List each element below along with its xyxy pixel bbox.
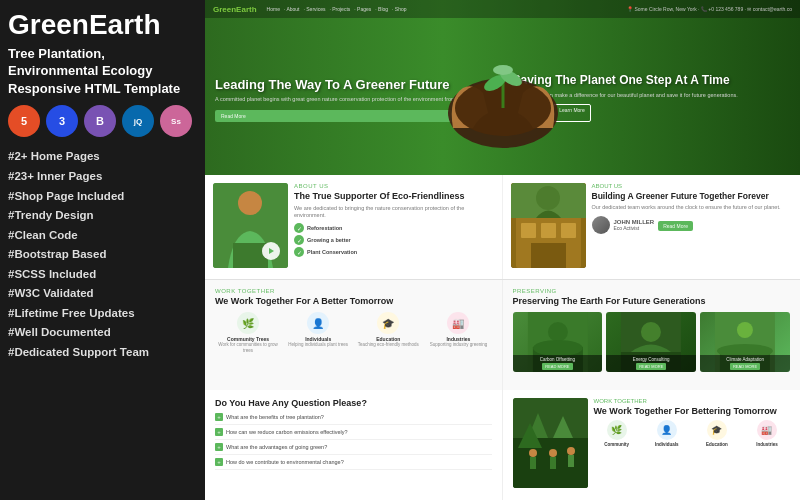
svg-rect-39	[568, 455, 574, 467]
preserve-carbon-btn[interactable]: READ MORE	[542, 363, 572, 370]
faq-section: Do You Have Any Question Please? + What …	[205, 390, 503, 500]
person-name: JOHN MILLER	[614, 219, 655, 225]
community-icon: 🌿	[237, 312, 259, 334]
tech-jquery-icon: jQ	[122, 105, 154, 137]
faq-text-3: What are the advantages of going green?	[226, 444, 327, 450]
person-info: JOHN MILLER Eco Activist	[614, 219, 655, 231]
forest-individuals-icon: 👤	[657, 420, 677, 440]
forest-icon-industries: 🏭 Industries	[744, 420, 790, 447]
hands-plant-svg	[433, 18, 573, 158]
feature-item-scss: #SCSS Included	[8, 265, 197, 285]
preserve-subtitle: Preserving	[513, 288, 791, 294]
feature-item-updates: #Lifetime Free Updates	[8, 304, 197, 324]
work-together-section: Work Together We Work Together For A Bet…	[205, 280, 503, 390]
features-list: #2+ Home Pages #23+ Inner Pages #Shop Pa…	[8, 147, 197, 362]
preserve-carbon-label: Carbon OffsettingREAD MORE	[513, 355, 603, 372]
forest-industries-icon: 🏭	[757, 420, 777, 440]
faq-text-2: How can we reduce carbon emissions effec…	[226, 429, 348, 435]
building-card: About Us Building A Greener Future Toget…	[503, 175, 801, 279]
forest-svg	[513, 398, 588, 488]
forest-icons-row: 🌿 Community 👤 Individuals 🎓 Education	[594, 420, 791, 447]
person-row: JOHN MILLER Eco Activist Read More	[592, 216, 793, 234]
faq-item-4: + How do we contribute to environmental …	[215, 458, 492, 470]
forest-card: Work Together We Work Together For Bette…	[503, 390, 801, 500]
faq-item-1: + What are the benefits of tree plantati…	[215, 413, 492, 425]
second-row: About Us The True Supporter Of Eco-Frien…	[205, 175, 800, 280]
feature-item-docs: #Well Documented	[8, 323, 197, 343]
eco-card-label: About Us	[294, 183, 494, 189]
site-title: GreenEarth	[8, 10, 197, 41]
preview-container: GreenEarth Home · About · Services · Pro…	[205, 0, 800, 500]
left-panel: GreenEarth Tree Plantation, Environmenta…	[0, 0, 205, 500]
svg-rect-37	[550, 457, 556, 469]
forest-img-inner	[513, 398, 588, 488]
work-together-title: We Work Together For A Better Tomorrow	[215, 296, 492, 306]
faq-text-1: What are the benefits of tree plantation…	[226, 414, 324, 420]
svg-point-17	[536, 186, 560, 210]
tech-html5-icon: 5	[8, 105, 40, 137]
svg-rect-12	[521, 223, 536, 238]
forest-education-label: Education	[694, 442, 740, 447]
right-panel: GreenEarth Home · About · Services · Pro…	[205, 0, 800, 500]
preserve-img-energy: Energy ConsultingREAD MORE	[606, 312, 696, 372]
preserve-img-carbon: Carbon OffsettingREAD MORE	[513, 312, 603, 372]
preserve-images: Carbon OffsettingREAD MORE Energy Consul…	[513, 312, 791, 372]
feature-item: #Trendy Design	[8, 206, 197, 226]
eco-feature-2: ✓ Growing a better	[294, 235, 494, 245]
play-icon	[267, 247, 275, 255]
svg-rect-15	[531, 243, 566, 268]
community-text: Work for communities to grow trees	[215, 342, 281, 354]
preserve-climate-btn[interactable]: READ MORE	[730, 363, 760, 370]
svg-point-7	[238, 191, 262, 215]
tech-icons-row: 5 3 B jQ Ss	[8, 105, 197, 137]
forest-individuals-label: Individuals	[644, 442, 690, 447]
svg-rect-13	[541, 223, 556, 238]
individuals-icon: 👤	[307, 312, 329, 334]
forest-icon-community: 🌿 Community	[594, 420, 640, 447]
forest-content: Work Together We Work Together For Bette…	[594, 398, 791, 492]
education-icon: 🎓	[377, 312, 399, 334]
feature-item-w3c: #W3C Validated	[8, 284, 197, 304]
forest-title: We Work Together For Bettering Tomorrow	[594, 406, 791, 416]
svg-point-34	[529, 449, 537, 457]
tech-bootstrap-icon: B	[84, 105, 116, 137]
eco-card-title: The True Supporter Of Eco-Friendliness	[294, 191, 494, 202]
feature-item: #23+ Inner Pages	[8, 167, 197, 187]
eco-checkmark-2: ✓	[294, 235, 304, 245]
faq-icon-3: +	[215, 443, 223, 451]
education-text: Teaching eco-friendly methods	[355, 342, 421, 348]
fourth-row: Do You Have Any Question Please? + What …	[205, 390, 800, 500]
building-read-more-btn[interactable]: Read More	[658, 221, 693, 231]
work-icons-row: 🌿 Community Trees Work for communities t…	[215, 312, 492, 354]
svg-point-36	[549, 449, 557, 457]
eco-feature-label-2: Growing a better	[307, 237, 351, 243]
eco-checkmark-3: ✓	[294, 247, 304, 257]
faq-text-4: How do we contribute to environmental ch…	[226, 459, 344, 465]
eco-feature-label-3: Plant Conservation	[307, 249, 357, 255]
svg-point-26	[737, 322, 753, 338]
eco-feature-label-1: Reforestation	[307, 225, 342, 231]
svg-marker-9	[269, 248, 274, 254]
eco-feature-1: ✓ Reforestation	[294, 223, 494, 233]
eco-play-button[interactable]	[262, 242, 280, 260]
faq-icon-4: +	[215, 458, 223, 466]
eco-card-image	[213, 183, 288, 268]
svg-rect-14	[561, 223, 576, 238]
faq-item-2: + How can we reduce carbon emissions eff…	[215, 428, 492, 440]
work-icon-individuals: 👤 Individuals Helping individuals plant …	[285, 312, 351, 354]
hero-section: GreenEarth Home · About · Services · Pro…	[205, 0, 800, 175]
eco-card: About Us The True Supporter Of Eco-Frien…	[205, 175, 503, 279]
work-icon-education: 🎓 Education Teaching eco-friendly method…	[355, 312, 421, 354]
eco-feature-3: ✓ Plant Conservation	[294, 247, 494, 257]
feature-item: #Clean Code	[8, 226, 197, 246]
feature-item-support: #Dedicated Support Team	[8, 343, 197, 363]
work-icon-industries: 🏭 Industries Supporting industry greenin…	[425, 312, 491, 354]
eco-checkmark-1: ✓	[294, 223, 304, 233]
preserve-energy-btn[interactable]: READ MORE	[636, 363, 666, 370]
work-together-subtitle: Work Together	[215, 288, 492, 294]
forest-subtitle: Work Together	[594, 398, 791, 404]
person-avatar	[592, 216, 610, 234]
preserve-title: Preserving The Earth For Future Generati…	[513, 296, 791, 306]
individuals-text: Helping individuals plant trees	[285, 342, 351, 348]
faq-icon-2: +	[215, 428, 223, 436]
